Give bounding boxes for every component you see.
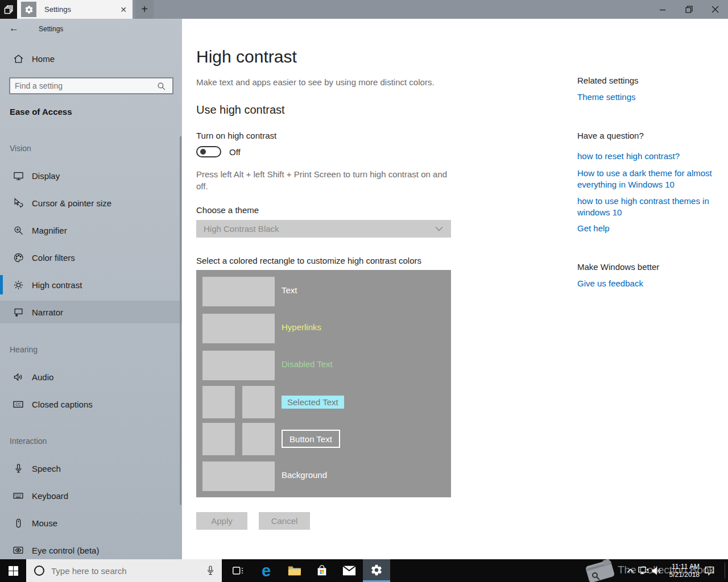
task-view-button[interactable]: [224, 559, 251, 582]
action-center-icon[interactable]: [701, 559, 718, 582]
settings-gear-icon: [21, 2, 36, 17]
restore-button[interactable]: [676, 0, 702, 19]
sidebar-item-magnifier[interactable]: Magnifier: [0, 219, 182, 242]
high-contrast-sun-icon: [13, 279, 24, 290]
selected-text-fg-swatch[interactable]: [202, 386, 235, 418]
panel-label-text: Text: [282, 285, 297, 295]
sidebar-item-eye-control[interactable]: Eye control (beta): [0, 539, 182, 562]
get-help-link[interactable]: Get help: [577, 223, 723, 235]
question-link-hc-themes[interactable]: how to use high contrast themes in windo…: [577, 196, 723, 218]
cortana-icon[interactable]: [34, 566, 44, 576]
taskbar-app-settings[interactable]: [363, 559, 390, 582]
sidebar-item-display[interactable]: Display: [0, 164, 182, 187]
text-color-swatch[interactable]: [202, 277, 275, 306]
search-input[interactable]: [10, 81, 156, 90]
taskbar-search-input[interactable]: [44, 566, 206, 576]
back-arrow-icon[interactable]: ←: [9, 23, 19, 34]
high-contrast-toggle[interactable]: [196, 146, 221, 157]
sidebar-item-closed-captions[interactable]: CC Closed captions: [0, 393, 182, 415]
window-controls: [650, 0, 728, 19]
sidebar-item-audio[interactable]: Audio: [0, 365, 182, 388]
settings-gear-taskbar-icon: [370, 564, 383, 576]
back-row: ← Settings: [0, 22, 182, 37]
shortcut-hint: Press left Alt + left Shift + Print Scre…: [196, 168, 455, 192]
toggle-label: Turn on high contrast: [196, 131, 276, 140]
minimize-button[interactable]: [650, 0, 676, 19]
sidebar-item-mouse[interactable]: Mouse: [0, 512, 182, 534]
chevron-down-icon: [435, 226, 443, 231]
keyboard-icon: [13, 490, 24, 501]
hidden-icons-chevron[interactable]: [623, 559, 637, 582]
tab-close-icon[interactable]: ✕: [120, 5, 127, 14]
theme-settings-link[interactable]: Theme settings: [577, 92, 723, 103]
settings-sidebar: ← Settings Home Ease of Access Vision Di…: [0, 19, 182, 559]
home-icon: [13, 53, 24, 64]
restore-icon: [685, 6, 693, 13]
search-icon[interactable]: [156, 81, 168, 91]
taskbar-app-edge[interactable]: e: [253, 559, 280, 582]
section-title: Use high contrast: [196, 103, 285, 117]
give-feedback-link[interactable]: Give us feedback: [577, 278, 723, 290]
sidebar-item-speech[interactable]: Speech: [0, 457, 182, 480]
task-view-icon: [231, 564, 244, 577]
mouse-icon: [13, 517, 24, 529]
tab-settings[interactable]: Settings ✕: [17, 0, 133, 19]
high-contrast-page: High contrast Make text and apps easier …: [182, 19, 728, 559]
start-button[interactable]: [0, 559, 26, 582]
taskbar-app-file-explorer[interactable]: [281, 559, 308, 582]
high-contrast-color-panel: Text Hyperlinks Disabled Text Selected T…: [196, 270, 451, 497]
watermark-book-icon: [582, 558, 619, 582]
network-icon[interactable]: [636, 559, 651, 582]
show-desktop-divider[interactable]: [725, 563, 725, 579]
apply-button[interactable]: Apply: [196, 512, 247, 530]
taskbar-app-mail[interactable]: [336, 559, 363, 582]
sidebar-scrollbar[interactable]: [180, 136, 181, 505]
button-text-bg-swatch[interactable]: [242, 423, 275, 455]
sidebar-item-narrator[interactable]: Narrator: [0, 301, 182, 323]
close-button[interactable]: [702, 0, 728, 19]
panel-label-disabled-text: Disabled Text: [282, 359, 333, 369]
toggle-state-label: Off: [229, 147, 241, 157]
magnifier-icon: [13, 225, 24, 236]
sidebar-item-home[interactable]: Home: [0, 47, 182, 70]
sidebar-item-cursor-pointer-size[interactable]: Cursor & pointer size: [0, 192, 182, 214]
tab-overview-button[interactable]: [0, 0, 17, 19]
page-subtitle: Make text and apps easier to see by usin…: [196, 77, 435, 87]
panel-label-selected-text: Selected Text: [282, 396, 344, 409]
desktop: Settings ✕ + ← Settings Home: [0, 0, 728, 582]
taskbar-clock[interactable]: 11:11 AM 5/21/2018: [660, 559, 700, 582]
find-setting-searchbox[interactable]: [9, 77, 173, 94]
clock-time: 11:11 AM: [672, 563, 700, 571]
sidebar-item-keyboard[interactable]: Keyboard: [0, 484, 182, 507]
mail-icon: [342, 565, 356, 576]
minimize-icon: [659, 6, 666, 13]
taskbar-mic-icon[interactable]: [206, 565, 215, 576]
stacked-tabs-icon: [4, 5, 14, 14]
eye-control-icon: [13, 544, 24, 556]
button-text-fg-swatch[interactable]: [202, 423, 235, 455]
make-windows-better-title: Make Windows better: [577, 262, 723, 273]
taskbar-app-store[interactable]: [308, 559, 336, 582]
hyperlinks-color-swatch[interactable]: [202, 314, 275, 343]
background-color-swatch[interactable]: [202, 462, 275, 491]
question-link-dark-theme[interactable]: How to use a dark theme for almost every…: [577, 168, 723, 190]
high-contrast-toggle-row: Off: [196, 146, 241, 157]
disabled-text-color-swatch[interactable]: [202, 351, 275, 380]
panel-label-button-text: Button Text: [282, 430, 340, 448]
sidebar-header-title: Settings: [39, 25, 63, 33]
have-a-question-title: Have a question?: [577, 131, 723, 142]
panel-label-background: Background: [282, 470, 327, 480]
close-icon: [712, 6, 719, 13]
theme-dropdown[interactable]: High Contrast Black: [196, 220, 451, 238]
clock-date: 5/21/2018: [669, 571, 700, 579]
theme-dropdown-value: High Contrast Black: [204, 224, 279, 234]
new-tab-button[interactable]: +: [135, 0, 154, 19]
taskbar-searchbox[interactable]: [26, 559, 222, 582]
color-filters-icon: [13, 252, 24, 263]
cancel-button[interactable]: Cancel: [259, 512, 310, 530]
sidebar-item-high-contrast[interactable]: High contrast: [0, 273, 182, 296]
theme-dropdown-label: Choose a theme: [196, 205, 259, 215]
question-link-reset[interactable]: how to reset high contrast?: [577, 151, 723, 163]
sidebar-item-color-filters[interactable]: Color filters: [0, 246, 182, 269]
selected-text-bg-swatch[interactable]: [242, 386, 275, 418]
